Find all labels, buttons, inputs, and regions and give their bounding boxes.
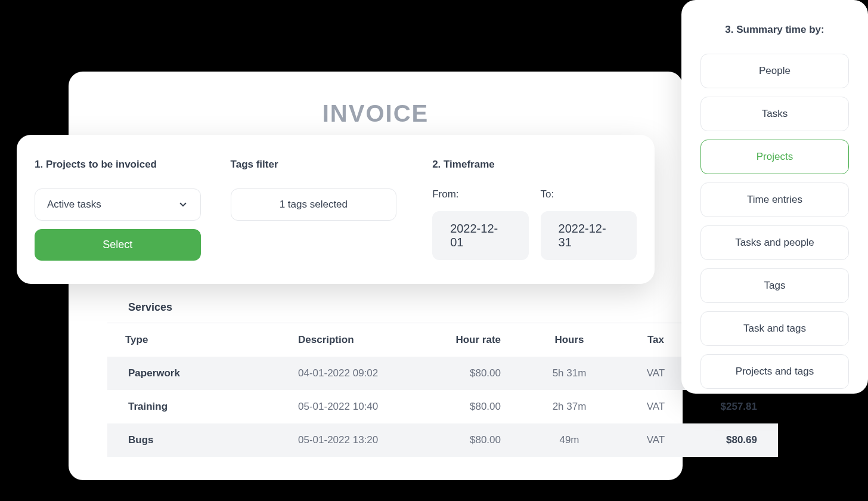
- from-label: From:: [432, 188, 528, 200]
- col-tax-header: Tax: [620, 323, 692, 357]
- table-header-row: Type Description Hour rate Hours Tax: [107, 323, 778, 357]
- cell-tax: VAT: [620, 423, 692, 457]
- cell-hours: 49m: [519, 423, 620, 457]
- services-heading: Services: [107, 292, 778, 323]
- summary-option-tasks-and-people[interactable]: Tasks and people: [700, 225, 849, 260]
- chevron-down-icon: [178, 199, 188, 210]
- filter-section-timeframe: 2. Timeframe From: 2022-12-01 To: 2022-1…: [432, 159, 637, 261]
- col-description-header: Description: [298, 323, 447, 357]
- tags-label: Tags filter: [231, 159, 397, 171]
- cell-hours: 5h 31m: [519, 357, 620, 390]
- cell-rate: $80.00: [447, 423, 519, 457]
- cell-tax: VAT: [620, 390, 692, 423]
- summary-option-tasks[interactable]: Tasks: [700, 97, 849, 131]
- timeframe-label: 2. Timeframe: [432, 159, 637, 171]
- services-table: Type Description Hour rate Hours Tax Pap…: [107, 323, 778, 457]
- dropdown-value: Active tasks: [47, 199, 101, 211]
- summary-option-people[interactable]: People: [700, 54, 849, 88]
- summary-option-time-entries[interactable]: Time entries: [700, 183, 849, 217]
- cell-description: 05-01-2022 10:40: [298, 390, 447, 423]
- to-date-input[interactable]: 2022-12-31: [541, 211, 637, 260]
- services-section: Services Type Description Hour rate Hour…: [107, 292, 778, 457]
- filter-section-tags: Tags filter 1 tags selected: [231, 159, 397, 261]
- cell-total: $80.69: [692, 423, 778, 457]
- col-type-header: Type: [107, 323, 298, 357]
- summary-title: 3. Summary time by:: [700, 24, 849, 36]
- cell-total: $257.81: [692, 390, 778, 423]
- projects-dropdown[interactable]: Active tasks: [35, 188, 201, 221]
- col-hours-header: Hours: [519, 323, 620, 357]
- summary-option-projects[interactable]: Projects: [700, 140, 849, 174]
- cell-description: 04-01-2022 09:02: [298, 357, 447, 390]
- timeframe-from: From: 2022-12-01: [432, 188, 528, 260]
- col-rate-header: Hour rate: [447, 323, 519, 357]
- summary-option-tags[interactable]: Tags: [700, 268, 849, 303]
- cell-rate: $80.00: [447, 357, 519, 390]
- table-row: Bugs 05-01-2022 13:20 $80.00 49m VAT $80…: [107, 423, 778, 457]
- from-date-input[interactable]: 2022-12-01: [432, 211, 528, 260]
- cell-type: Paperwork: [107, 357, 298, 390]
- cell-tax: VAT: [620, 357, 692, 390]
- summary-option-task-and-tags[interactable]: Task and tags: [700, 311, 849, 346]
- cell-type: Training: [107, 390, 298, 423]
- cell-type: Bugs: [107, 423, 298, 457]
- page-title: INVOICE: [69, 100, 683, 127]
- summary-option-projects-and-tags[interactable]: Projects and tags: [700, 354, 849, 389]
- tags-filter-box[interactable]: 1 tags selected: [231, 188, 397, 221]
- table-row: Training 05-01-2022 10:40 $80.00 2h 37m …: [107, 390, 778, 423]
- summary-card: 3. Summary time by: People Tasks Project…: [681, 0, 868, 394]
- select-button[interactable]: Select: [35, 229, 201, 261]
- cell-description: 05-01-2022 13:20: [298, 423, 447, 457]
- timeframe-to: To: 2022-12-31: [541, 188, 637, 260]
- filter-card: 1. Projects to be invoiced Active tasks …: [17, 135, 655, 284]
- cell-rate: $80.00: [447, 390, 519, 423]
- to-label: To:: [541, 188, 637, 200]
- cell-hours: 2h 37m: [519, 390, 620, 423]
- table-row: Paperwork 04-01-2022 09:02 $80.00 5h 31m…: [107, 357, 778, 390]
- filter-section-projects: 1. Projects to be invoiced Active tasks …: [35, 159, 201, 261]
- projects-label: 1. Projects to be invoiced: [35, 159, 201, 171]
